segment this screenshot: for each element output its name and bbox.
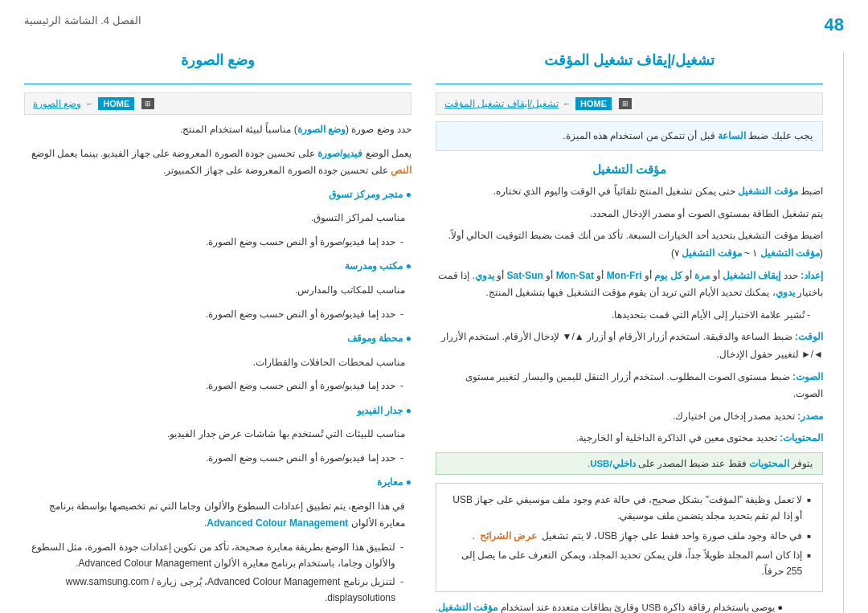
- additional-notes: ● يوصى باستخدام رقاقة ذاكرة USB وقارئ بط…: [436, 600, 823, 613]
- left-breadcrumb: ⊞ HOME ← تشغيل/إيقاف تشغيل المؤقت: [436, 92, 823, 115]
- right-intro: حدد وضع صورة (وضع الصورة) مناسباً لبيئة …: [24, 121, 411, 139]
- breadcrumb-icon: ⊞: [141, 98, 154, 109]
- left-breadcrumb-home[interactable]: HOME: [575, 97, 612, 110]
- right-section-title: وضع الصورة: [24, 51, 411, 74]
- left-breadcrumb-link[interactable]: تشغيل/إيقاف تشغيل المؤقت: [444, 98, 559, 109]
- category-videowall: ● جدار الفيديو مناسب للبيئات التي تُستخد…: [24, 403, 411, 467]
- left-divider: [436, 84, 823, 84]
- timer-subsection-title: مؤقت التشغيل: [436, 162, 823, 177]
- cat-title-station: ● محطة وموقف: [347, 333, 411, 344]
- category-shopping: ● متجر ومركز تسوق مناسب لمراكز التسوق. ح…: [24, 186, 411, 251]
- acm-text-1: Advanced Colour Management: [207, 517, 348, 529]
- breadcrumb-home[interactable]: HOME: [98, 97, 134, 110]
- cat-shopping-sub: حدد إما فيديو/صورة أو النص حسب وضع الصور…: [24, 234, 411, 250]
- highlight-image-mode: وضع الصورة: [297, 124, 346, 135]
- breadcrumb-arrow: ←: [85, 99, 94, 108]
- cat-calibration-sub2: لتنزيل برنامج Advanced Colour Management…: [24, 574, 411, 607]
- warning-item-1: لا تعمل وظيفة "المؤقت" بشكل صحيح، في حال…: [448, 492, 811, 525]
- chapter-title: الفصل 4. الشاشة الرئيسية: [24, 14, 141, 27]
- cat-title-shopping: ● متجر ومركز تسوق: [329, 189, 411, 200]
- cat-title-videowall: ● جدار الفيديو: [357, 405, 411, 416]
- setup-item-setup: إعداد: حدد إيقاف التشغيل أو مرة أو كل يو…: [436, 268, 823, 302]
- cat-title-office: ● مكتب ومدرسة: [345, 260, 411, 272]
- cat-station-sub: حدد إما فيديو/صورة أو النص حسب وضع الصور…: [24, 378, 411, 394]
- breadcrumb-link[interactable]: وضع الصورة: [33, 98, 81, 109]
- timer-desc3: اضبط مؤقت التشغيل بتحديد أحد الخيارات ال…: [436, 227, 823, 262]
- available-note: يتوفر المحتويات فقط عند ضبط المصدر على د…: [436, 452, 823, 475]
- page-header: 48 الفصل 4. الشاشة الرئيسية: [0, 0, 868, 43]
- left-breadcrumb-arrow: ←: [563, 99, 571, 108]
- timer-manual-note: - تُشير علامة الاختيار إلى الأيام التي ق…: [436, 307, 823, 325]
- cat-videowall-sub: حدد إما فيديو/صورة أو النص حسب وضع الصور…: [24, 450, 411, 466]
- timer-desc1: اضبط مؤقت التشغيل حتى يمكن تشغيل المنتج …: [436, 183, 823, 201]
- acm-text-2: Advanced Colour Management: [79, 558, 211, 569]
- warning-item-2: في حالة وجود ملف صورة واحد فقط على جهاز …: [448, 528, 811, 544]
- right-section: وضع الصورة ⊞ HOME ← وضع الصورة حدد وضع ص…: [24, 51, 411, 613]
- left-breadcrumb-icon: ⊞: [619, 98, 632, 109]
- add-note-1: ● يوصى باستخدام رقاقة ذاكرة USB وقارئ بط…: [436, 600, 823, 613]
- warning-item-3: إذا كان اسم المجلد طويلاً جداً، فلن يمكن…: [448, 547, 811, 580]
- warning-box: لا تعمل وظيفة "المؤقت" بشكل صحيح، في حال…: [436, 483, 823, 592]
- setup-item-content: المحتويات: تحديد محتوى معين في الذاكرة ا…: [436, 430, 823, 447]
- category-calibration: ● معايرة في هذا الوضع، يتم تطبيق إعدادات…: [24, 474, 411, 606]
- right-divider: [24, 84, 411, 84]
- cat-calibration-sub1: لتطبيق هذا الوضع بطريقة معايرة صحيحة، تأ…: [24, 539, 411, 572]
- page-container: 48 الفصل 4. الشاشة الرئيسية وضع الصورة ⊞…: [0, 0, 868, 613]
- main-content: وضع الصورة ⊞ HOME ← وضع الصورة حدد وضع ص…: [0, 43, 868, 613]
- highlight-text-mode: النص: [391, 165, 411, 176]
- category-station: ● محطة وموقف مناسب لمحطات الحافلات والقط…: [24, 330, 411, 394]
- page-number: 48: [825, 14, 844, 35]
- setup-item-time: الوقت: ضبط الساعة والدقيقة. استخدم أزرار…: [436, 329, 823, 363]
- usb-link: داخلي/USB: [590, 459, 635, 468]
- highlight-video-mode: فيديو/صورة: [317, 148, 362, 159]
- right-breadcrumb: ⊞ HOME ← وضع الصورة: [24, 92, 411, 115]
- cat-title-calibration: ● معايرة: [377, 476, 411, 488]
- cat-office-sub: حدد إما فيديو/صورة أو النص حسب وضع الصور…: [24, 306, 411, 322]
- setup-item-source: مصدر: تحديد مصدر إدخال من اختيارك.: [436, 408, 823, 426]
- left-section-title: تشغيل/إيقاف تشغيل المؤقت: [436, 51, 823, 74]
- left-section: تشغيل/إيقاف تشغيل المؤقت ⊞ HOME ← تشغيل/…: [436, 51, 844, 613]
- setup-item-volume: الصوت: ضبط مستوى الصوت المطلوب. استخدم أ…: [436, 369, 823, 403]
- right-intro2: يعمل الوضع فيديو/صورة على تحسين جودة الص…: [24, 145, 411, 180]
- acm-text-3: Advanced Colour Management: [207, 576, 340, 587]
- clock-link: الساعة: [718, 130, 746, 141]
- timer-desc2: يتم تشغيل الطاقة بمستوى الصوت أو مصدر ال…: [436, 206, 823, 223]
- prerequisite-note: يجب عليك ضبط الساعة قبل أن تتمكن من استخ…: [436, 121, 823, 151]
- category-office: ● مكتب ومدرسة مناسب للمكاتب والمدارس. حد…: [24, 258, 411, 322]
